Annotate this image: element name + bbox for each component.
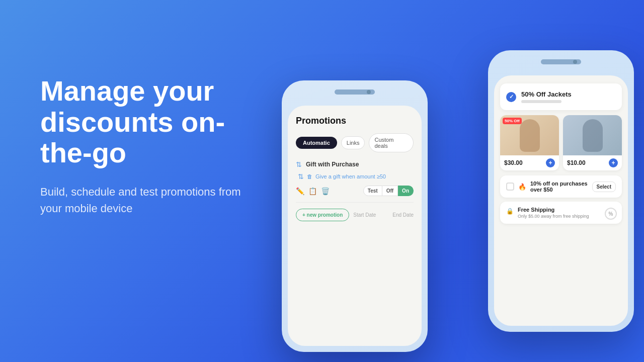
bottom-bar: + new promotion Start Date End Date bbox=[296, 209, 414, 221]
promo-item-label: Gift with Purchase bbox=[306, 161, 359, 168]
promotion-title: 50% Off Jackets bbox=[521, 90, 572, 98]
delete-icon[interactable]: 🗑️ bbox=[321, 187, 330, 195]
hero-section: Manage your discounts on-the-go Build, s… bbox=[40, 75, 252, 217]
hero-subtext: Build, schedule and test promotions from… bbox=[40, 184, 252, 217]
product-price-row-2: $10.00 + bbox=[563, 155, 622, 170]
person-silhouette-2 bbox=[583, 119, 603, 152]
product-price-row-1: $30.00 + bbox=[500, 155, 559, 170]
trash-small-icon: 🗑 bbox=[307, 173, 312, 179]
add-product-2-button[interactable]: + bbox=[609, 158, 618, 167]
phones-container: 50% Off Jackets 50% Off $30.00 + bbox=[252, 30, 644, 352]
phone-front-notch bbox=[335, 89, 375, 95]
product-image-2 bbox=[563, 115, 622, 155]
fire-icon: 🔥 bbox=[518, 183, 526, 191]
discount-text: 10% off on purchases over $50 bbox=[530, 180, 588, 193]
new-promotion-button[interactable]: + new promotion bbox=[296, 209, 349, 221]
toggle-on-button[interactable]: On bbox=[398, 186, 414, 196]
product-price-1: $30.00 bbox=[504, 159, 523, 166]
promo-sub-icon: ⇅ bbox=[298, 172, 304, 180]
tab-automatic[interactable]: Automatic bbox=[296, 137, 337, 149]
product-price-2: $10.00 bbox=[567, 159, 586, 166]
promo-item-sublabel: Give a gift when amount ≥50 bbox=[315, 173, 386, 179]
phone-back-notch bbox=[541, 59, 581, 64]
phone-front-screen: Promotions Automatic Links Custom deals … bbox=[288, 106, 422, 346]
toggle-group: Test Off On bbox=[363, 186, 414, 196]
lock-icon: 🔒 bbox=[506, 208, 514, 215]
tabs-row: Automatic Links Custom deals bbox=[296, 133, 414, 152]
promotion-header-content: 50% Off Jackets bbox=[521, 90, 572, 103]
start-date-label: Start Date bbox=[353, 212, 376, 218]
select-button[interactable]: Select bbox=[592, 182, 616, 192]
shipping-subtitle: Only $5.00 away from free shipping bbox=[518, 214, 589, 219]
promo-list-item: ⇅ Gift with Purchase ⇅ 🗑 Give a gift whe… bbox=[296, 160, 414, 203]
coupon-icon: % bbox=[605, 208, 617, 220]
phone-back-screen: 50% Off Jackets 50% Off $30.00 + bbox=[494, 75, 628, 326]
shipping-title: Free Shipping bbox=[518, 207, 589, 213]
toggle-off-button[interactable]: Off bbox=[382, 186, 398, 196]
product-card-2: $10.00 + bbox=[563, 115, 622, 170]
promotion-header-card: 50% Off Jackets bbox=[500, 83, 622, 110]
discount-card: 🔥 10% off on purchases over $50 Select bbox=[500, 175, 622, 198]
check-icon bbox=[506, 92, 516, 102]
tab-custom-deals[interactable]: Custom deals bbox=[369, 133, 414, 152]
shipping-info: Free Shipping Only $5.00 away from free … bbox=[518, 207, 589, 219]
copy-icon[interactable]: 📋 bbox=[308, 187, 317, 195]
phone-front: Promotions Automatic Links Custom deals … bbox=[282, 80, 428, 352]
promotions-title: Promotions bbox=[296, 116, 414, 126]
edit-icon[interactable]: ✏️ bbox=[296, 187, 304, 195]
sale-badge: 50% Off bbox=[503, 118, 522, 124]
add-product-1-button[interactable]: + bbox=[546, 158, 555, 167]
tab-links[interactable]: Links bbox=[341, 136, 365, 149]
promo-item-header: ⇅ Gift with Purchase bbox=[296, 160, 414, 168]
promotion-subtitle-line bbox=[521, 100, 561, 103]
toggle-test-button[interactable]: Test bbox=[363, 186, 382, 196]
product-card-1: 50% Off $30.00 + bbox=[500, 115, 559, 170]
discount-checkbox[interactable] bbox=[506, 183, 514, 191]
promo-actions: ✏️ 📋 🗑️ Test Off On bbox=[296, 186, 414, 196]
phone-back: 50% Off Jackets 50% Off $30.00 + bbox=[488, 50, 634, 332]
sort-icon: ⇅ bbox=[296, 160, 302, 168]
person-silhouette-1 bbox=[520, 119, 540, 152]
promo-item-subrow: ⇅ 🗑 Give a gift when amount ≥50 bbox=[296, 172, 414, 180]
hero-headline: Manage your discounts on-the-go bbox=[40, 75, 252, 168]
shipping-card: 🔒 Free Shipping Only $5.00 away from fre… bbox=[500, 202, 622, 224]
page-background: Manage your discounts on-the-go Build, s… bbox=[0, 0, 644, 362]
products-grid: 50% Off $30.00 + $10.00 bbox=[500, 115, 622, 170]
end-date-label: End Date bbox=[392, 212, 414, 218]
product-image-1: 50% Off bbox=[500, 115, 559, 155]
